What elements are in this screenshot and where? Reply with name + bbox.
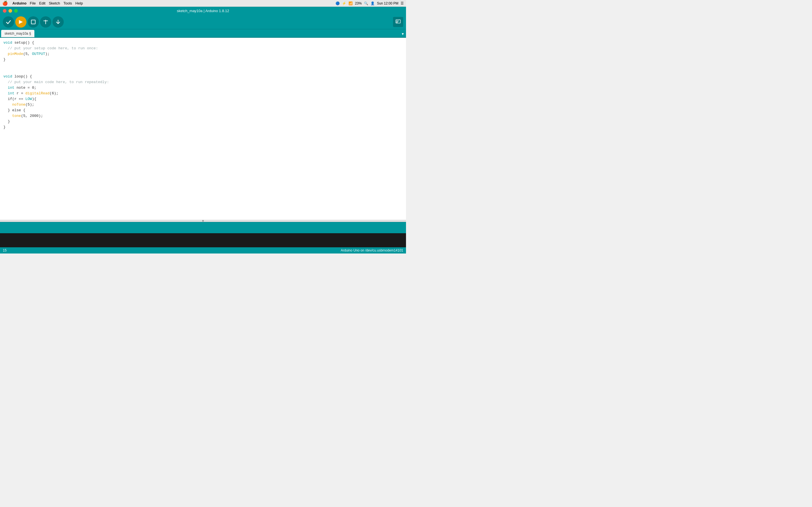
resize-dot (202, 220, 204, 222)
code-line (3, 62, 403, 68)
close-button[interactable] (3, 9, 6, 13)
wifi-icon: 📶 (349, 1, 353, 5)
menu-help[interactable]: Help (75, 1, 83, 5)
battery-label: 23% (355, 1, 362, 5)
svg-marker-0 (19, 20, 23, 24)
resize-handle[interactable] (0, 220, 406, 222)
code-line: tone(5, 2000); (3, 113, 403, 119)
menu-file[interactable]: File (30, 1, 36, 5)
line-number: 15 (3, 248, 6, 252)
menu-sketch[interactable]: Sketch (49, 1, 60, 5)
titlebar: sketch_may10a | Arduino 1.8.12 (0, 7, 406, 15)
menu-tools[interactable]: Tools (63, 1, 72, 5)
tabbar: sketch_may10a § ▾ (0, 29, 406, 38)
screen-time-icon: 🔵 (336, 1, 340, 5)
window-controls (3, 9, 18, 13)
clock: Sun 12:00 PM (377, 1, 398, 5)
code-line: void loop() { (3, 74, 403, 79)
code-line: } (3, 57, 403, 62)
open-button[interactable] (40, 16, 51, 27)
code-line: pinMode(5, OUTPUT); (3, 51, 403, 57)
verify-button[interactable] (3, 16, 14, 27)
statusbar: 15 Arduino Uno on /dev/cu.usbmodem14101 (0, 247, 406, 253)
serial-monitor-button[interactable] (393, 17, 403, 27)
minimize-button[interactable] (8, 9, 12, 13)
menu-arduino[interactable]: Arduino (12, 1, 27, 5)
bluetooth-icon: ⚡ (342, 1, 346, 5)
tab-dropdown-arrow[interactable]: ▾ (402, 32, 404, 37)
code-line: void setup() { (3, 40, 403, 46)
code-line: } (3, 124, 403, 130)
user-icon: 👤 (370, 1, 375, 5)
window-title: sketch_may10a | Arduino 1.8.12 (177, 9, 229, 13)
code-line: int note = 0; (3, 85, 403, 91)
menubar: 🍎 Arduino File Edit Sketch Tools Help 🔵 … (0, 0, 406, 7)
code-line (3, 68, 403, 74)
menu-edit[interactable]: Edit (39, 1, 45, 5)
code-line: } else { (3, 108, 403, 113)
code-editor[interactable]: void setup() { // put your setup code he… (0, 38, 406, 220)
app: 🍎 Arduino File Edit Sketch Tools Help 🔵 … (0, 0, 406, 253)
maximize-button[interactable] (14, 9, 18, 13)
new-button[interactable] (28, 16, 39, 27)
search-icon[interactable]: 🔍 (364, 1, 368, 5)
svg-rect-1 (31, 20, 35, 24)
tab-label: sketch_may10a § (4, 32, 31, 36)
apple-menu[interactable]: 🍎 (2, 1, 8, 6)
code-line: if(r == LOW){ (3, 96, 403, 102)
console-output (0, 233, 406, 247)
upload-button[interactable] (15, 16, 27, 27)
toolbar-right (393, 17, 403, 27)
code-line: } (3, 119, 403, 124)
control-strip-icon[interactable]: ☰ (401, 1, 404, 5)
code-line: int r = digitalRead(6); (3, 91, 403, 96)
board-info: Arduino Uno on /dev/cu.usbmodem14101 (341, 248, 403, 252)
code-line: // put your setup code here, to run once… (3, 46, 403, 51)
save-button[interactable] (52, 16, 64, 27)
output-panel-header (0, 222, 406, 233)
menubar-right: 🔵 ⚡ 📶 23% 🔍 👤 Sun 12:00 PM ☰ (336, 1, 404, 5)
toolbar (0, 15, 406, 29)
tab-sketch[interactable]: sketch_may10a § (1, 30, 35, 37)
code-line: noTone(5); (3, 102, 403, 108)
code-line: // put your main code here, to run repea… (3, 79, 403, 85)
code-area[interactable]: void setup() { // put your setup code he… (0, 38, 406, 132)
